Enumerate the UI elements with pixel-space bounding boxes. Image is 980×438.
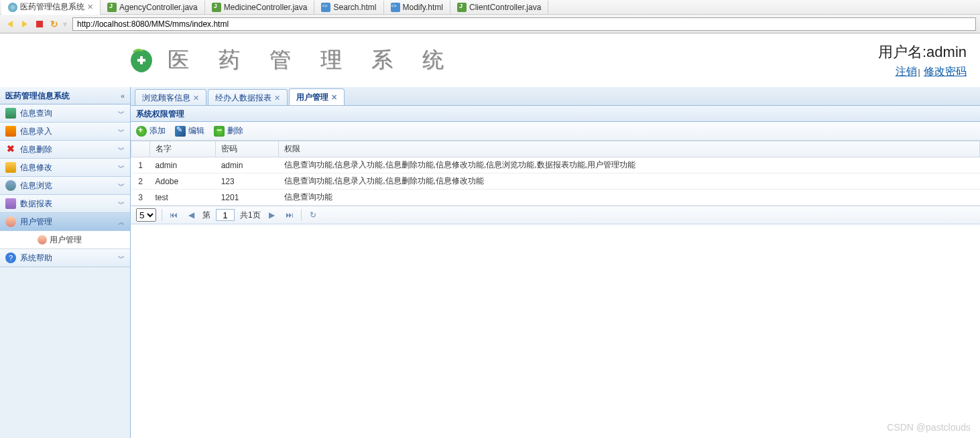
sidebar-item[interactable]: 信息修改︾ [0,159,130,177]
ide-tab[interactable]: Search.html [314,1,383,14]
chevron-icon: ︾ [118,104,125,123]
sidebar-item[interactable]: ?系统帮助︾ [0,249,130,267]
change-password-link[interactable]: 修改密码 [924,66,967,77]
ide-tab[interactable]: MedicineController.java [205,1,315,14]
add-button[interactable]: 添加 [136,125,166,137]
content-tab-label: 用户管理 [296,89,328,105]
edit-button[interactable]: 编辑 [175,125,204,137]
stop-icon [36,21,43,27]
ic-add-icon [5,126,16,137]
java-file-icon [107,3,117,12]
chevron-icon: ︾ [118,141,125,159]
column-header[interactable]: 名字 [150,141,216,157]
delete-button[interactable]: 删除 [214,125,243,137]
column-header[interactable]: 密码 [216,141,279,157]
table-cell: 1201 [216,190,279,206]
last-page-button[interactable]: ⏭ [284,209,296,221]
ide-tab[interactable]: AgencyController.java [101,1,205,14]
ic-user-icon [5,216,16,227]
content-tab[interactable]: 浏览顾客信息✕ [135,89,206,105]
refresh-button[interactable]: ↻ [48,18,60,30]
table-row[interactable]: 1adminadmin信息查询功能,信息录入功能,信息删除功能,信息修改功能,信… [131,157,980,173]
column-header[interactable] [131,141,150,157]
page-prefix: 第 [202,210,210,221]
logo-text: 医 药 管 理 系 统 [168,46,456,75]
sidebar-item[interactable]: ✖信息删除︾ [0,141,130,159]
ide-tab[interactable]: 医药管理信息系统✕ [1,0,101,15]
next-page-button[interactable]: ▶ [266,209,278,221]
ide-tab-label: AgencyController.java [119,3,198,12]
table-cell: 3 [131,190,150,206]
page-size-select[interactable]: 5 [136,208,156,222]
content-tab[interactable]: 经办人数据报表✕ [208,89,288,105]
table-row[interactable]: 3test1201信息查询功能 [131,190,980,206]
back-button[interactable] [4,18,16,30]
reload-button[interactable]: ↻ [307,209,319,221]
close-icon[interactable]: ✕ [87,3,93,11]
ide-tab[interactable]: Modify.html [384,1,450,14]
logout-link[interactable]: 注销 [896,66,917,77]
panel-title: 系统权限管理 [131,106,980,122]
prev-page-button[interactable]: ◀ [185,209,197,221]
content-tabs: 浏览顾客信息✕经办人数据报表✕用户管理✕ [131,87,980,106]
sidebar-item[interactable]: 信息浏览︾ [0,177,130,195]
forward-button[interactable] [19,18,31,30]
data-table: 名字密码权限 1adminadmin信息查询功能,信息录入功能,信息删除功能,信… [131,141,980,206]
ic-del-icon: ✖ [5,144,16,155]
logo-icon [127,47,156,74]
chevron-icon: ︾ [118,159,125,177]
close-icon[interactable]: ✕ [331,89,337,105]
sidebar-collapse-icon[interactable]: « [121,87,125,104]
content-tab-label: 浏览顾客信息 [142,90,190,106]
ic-report-icon [5,198,16,209]
sidebar-item-label: 数据报表 [20,195,52,213]
sidebar-item-label: 信息修改 [20,159,52,177]
table-cell: admin [150,157,216,173]
panel-toolbar: 添加 编辑 删除 [131,122,980,141]
ide-tab-label: MedicineController.java [224,3,308,12]
refresh-icon: ↻ [50,19,58,29]
html-file-icon [321,3,330,12]
sidebar-item-label: 用户管理 [20,213,52,231]
column-header[interactable]: 权限 [279,141,980,157]
url-input[interactable] [72,17,976,31]
table-cell: 信息查询功能 [279,190,980,206]
close-icon[interactable]: ✕ [193,90,199,106]
sidebar-subitem-label: 用户管理 [50,231,82,249]
arrow-left-icon [7,21,13,27]
table-cell: 信息查询功能,信息录入功能,信息删除功能,信息修改功能 [279,173,980,190]
ide-tab-label: Modify.html [403,3,443,12]
ic-browse-icon [5,180,16,191]
close-icon[interactable]: ✕ [274,90,280,106]
content-area: 浏览顾客信息✕经办人数据报表✕用户管理✕ 系统权限管理 添加 编辑 删除 名字密… [131,87,980,438]
pager: 5 ⏮ ◀ 第 共1页 ▶ ⏭ ↻ [131,206,980,224]
stop-button[interactable] [34,18,46,30]
sidebar-item-label: 信息查询 [20,104,52,123]
page-input[interactable] [216,209,235,221]
sidebar-item-label: 信息录入 [20,123,52,141]
globe-file-icon [8,3,17,12]
sidebar-item[interactable]: 信息录入︾ [0,123,130,141]
arrow-right-icon [22,21,27,27]
table-cell: 信息查询功能,信息录入功能,信息删除功能,信息修改功能,信息浏览功能,数据报表功… [279,157,980,173]
table-cell: 1 [131,157,150,173]
sidebar-item[interactable]: 信息查询︾ [0,104,130,123]
ic-search-icon [5,108,16,119]
first-page-button[interactable]: ⏮ [168,209,180,221]
ide-tab-label: ClientController.java [469,3,541,12]
sidebar-item[interactable]: 用户管理︽ [0,213,130,231]
chevron-icon: ︾ [118,195,125,213]
sidebar-item[interactable]: 数据报表︾ [0,195,130,213]
ic-help-icon: ? [5,252,16,263]
delete-icon [214,126,225,137]
page-header: 医 药 管 理 系 统 用户名:admin 注销| 修改密码 [0,33,980,87]
content-tab[interactable]: 用户管理✕ [289,88,345,105]
table-cell: 123 [216,173,279,190]
ide-tab[interactable]: ClientController.java [450,1,548,14]
chevron-icon: ︾ [118,177,125,195]
table-cell: 2 [131,173,150,190]
ide-tab-label: 医药管理信息系统 [20,1,84,13]
table-row[interactable]: 2Adobe123信息查询功能,信息录入功能,信息删除功能,信息修改功能 [131,173,980,190]
sidebar-subitem[interactable]: 用户管理 [0,231,130,249]
ic-edit-icon [5,162,16,173]
